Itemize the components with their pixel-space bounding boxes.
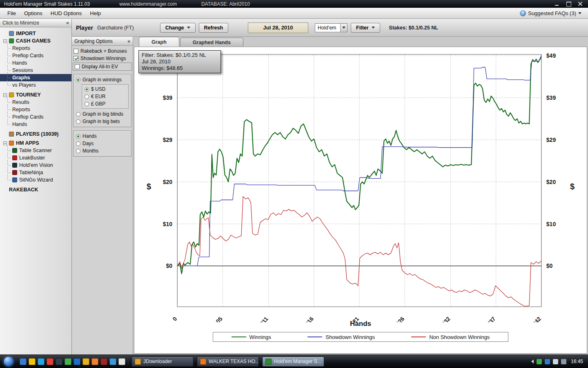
tab-graph[interactable]: Graph bbox=[139, 37, 179, 47]
x-axis-mode-group: Hands Days Months bbox=[73, 130, 131, 157]
menu-file[interactable]: File bbox=[3, 9, 20, 18]
svg-text:211: 211 bbox=[258, 315, 270, 322]
svg-text:526: 526 bbox=[394, 315, 406, 322]
antivirus-tray-icon[interactable] bbox=[537, 359, 542, 364]
gbp-option[interactable]: £ GBP bbox=[83, 100, 127, 108]
chart-tooltip: Filter: Stakes: $0.1/0.25 NL Jul 28, 201… bbox=[138, 50, 221, 73]
collapse-node-icon[interactable] bbox=[3, 141, 7, 145]
sidebar-item-import[interactable]: IMPORT bbox=[0, 30, 71, 37]
quicklaunch-icon-6[interactable] bbox=[65, 358, 71, 365]
graph-in-winnings-radio[interactable] bbox=[76, 78, 80, 82]
tooltip-winnings: Winnings: $48.65 bbox=[142, 65, 218, 72]
menu-help[interactable]: Help bbox=[86, 9, 105, 18]
hands-radio[interactable] bbox=[76, 134, 80, 139]
maximize-icon[interactable] bbox=[566, 2, 572, 6]
quicklaunch-icon-1[interactable] bbox=[20, 358, 27, 365]
quicklaunch-icon-2[interactable] bbox=[29, 358, 36, 365]
network-icon[interactable] bbox=[553, 359, 558, 364]
quicklaunch-icon-12[interactable] bbox=[118, 358, 125, 365]
quicklaunch-icon-4[interactable] bbox=[47, 358, 53, 365]
tab-graphed-hands[interactable]: Graphed Hands bbox=[180, 38, 243, 47]
tab-strip: Graph Graphed Hands bbox=[133, 37, 588, 47]
usd-radio[interactable] bbox=[85, 87, 89, 92]
quicklaunch-icon-5[interactable] bbox=[56, 358, 62, 365]
close-icon[interactable] bbox=[577, 2, 583, 6]
showdown-winnings-checkbox[interactable] bbox=[74, 56, 78, 61]
date-display[interactable]: Jul 28, 2010 bbox=[248, 22, 308, 33]
quicklaunch-icon-11[interactable] bbox=[109, 358, 116, 365]
suggested-faqs-button[interactable]: ? Suggested FAQs (3) bbox=[520, 10, 585, 16]
collapse-node-icon[interactable] bbox=[3, 39, 7, 43]
display-all-in-ev-option[interactable]: Display All-In EV bbox=[73, 63, 132, 71]
chart-area: Graph Graphed Hands Filter: Stakes: $0.1… bbox=[133, 37, 588, 355]
rakeback-bonuses-option[interactable]: Rakeback + Bonuses bbox=[72, 47, 133, 55]
days-option[interactable]: Days bbox=[74, 140, 130, 147]
select-dropdown-button[interactable] bbox=[340, 24, 347, 32]
graph-in-big-blinds-option[interactable]: Graph in big blinds bbox=[74, 110, 130, 118]
task-button-walker-texas[interactable]: WALKER TEXAS HO... bbox=[197, 357, 259, 367]
minimize-icon[interactable] bbox=[555, 2, 560, 6]
svg-text:$20: $20 bbox=[546, 179, 556, 185]
usd-option[interactable]: $ USD bbox=[83, 85, 127, 93]
sidebar-item-vs-players[interactable]: vs Players bbox=[0, 81, 71, 89]
game-select[interactable]: Hold'em bbox=[315, 23, 347, 32]
svg-text:842: 842 bbox=[531, 315, 542, 322]
sidebar-item-rakeback[interactable]: RAKEBACK bbox=[0, 186, 71, 193]
svg-text:$29: $29 bbox=[546, 137, 556, 143]
tooltip-date: Jul 28, 2010 bbox=[142, 58, 218, 65]
graph-in-big-blinds-radio[interactable] bbox=[76, 112, 80, 117]
tray-expand-icon[interactable] bbox=[531, 359, 534, 364]
menu-hud-options[interactable]: HUD Options bbox=[47, 9, 86, 18]
volume-icon[interactable] bbox=[561, 359, 566, 364]
start-button[interactable] bbox=[3, 356, 14, 367]
svg-text:632: 632 bbox=[440, 315, 452, 322]
svg-text:$10: $10 bbox=[163, 221, 173, 227]
display-all-in-ev-checkbox[interactable] bbox=[75, 64, 80, 69]
refresh-button[interactable]: Refresh bbox=[199, 23, 229, 33]
hands-option[interactable]: Hands bbox=[74, 132, 130, 140]
sidebar-minimize-label: Click to Minimize bbox=[2, 20, 39, 26]
quicklaunch-icon-8[interactable] bbox=[82, 358, 89, 365]
chevron-down-icon bbox=[342, 27, 345, 29]
eur-radio[interactable] bbox=[85, 94, 89, 99]
graph-in-big-bets-option[interactable]: Graph in big bets bbox=[74, 118, 130, 125]
menu-options[interactable]: Options bbox=[20, 9, 47, 18]
clock: 16:45 bbox=[571, 359, 583, 364]
tableninja-icon bbox=[12, 170, 17, 175]
days-radio[interactable] bbox=[76, 141, 80, 146]
title-bar: Hold'em Manager Small Stakes 1.11.03 www… bbox=[0, 0, 588, 8]
update-tray-icon[interactable] bbox=[545, 359, 550, 364]
task-button-jdownloader[interactable]: JDownloader bbox=[131, 357, 194, 367]
filter-button[interactable]: Filter bbox=[351, 23, 380, 33]
sidebar-item-players[interactable]: PLAYERS (10039) bbox=[0, 130, 71, 138]
gbp-radio[interactable] bbox=[85, 102, 89, 106]
suggested-faqs-label: Suggested FAQs (3) bbox=[528, 10, 576, 16]
quicklaunch-icon-10[interactable] bbox=[100, 358, 107, 365]
eur-option[interactable]: € EUR bbox=[83, 93, 127, 100]
task-button-holdem-manager[interactable]: Hold'em Manager S... bbox=[262, 357, 324, 367]
graphing-options-header[interactable]: Graphing Options « bbox=[72, 37, 133, 46]
sidebar-item-sitngo-wizard[interactable]: SitNGo Wizard bbox=[0, 176, 71, 184]
svg-text:$39: $39 bbox=[546, 94, 556, 101]
chart-legend: Winnings Showdown Winnings Non Showdown … bbox=[213, 332, 508, 342]
collapse-sidebar-icon[interactable]: « bbox=[66, 20, 69, 26]
quicklaunch-icon-7[interactable] bbox=[74, 358, 80, 365]
change-button[interactable]: Change bbox=[160, 23, 196, 33]
rakeback-bonuses-checkbox[interactable] bbox=[74, 49, 78, 54]
svg-text:$20: $20 bbox=[163, 179, 173, 185]
quicklaunch-icon-3[interactable] bbox=[38, 358, 45, 365]
graph-in-big-bets-radio[interactable] bbox=[76, 119, 80, 124]
svg-text:$39: $39 bbox=[163, 94, 173, 101]
holdem-vision-icon bbox=[12, 163, 17, 168]
graph-in-winnings-option[interactable]: Graph in winnings bbox=[74, 76, 130, 83]
svg-text:$49: $49 bbox=[546, 52, 556, 59]
sidebar-item-tourney-hands[interactable]: Hands bbox=[0, 121, 71, 128]
showdown-winnings-option[interactable]: Showdown Winnings bbox=[72, 55, 133, 62]
quicklaunch-icon-9[interactable] bbox=[91, 358, 98, 365]
collapse-node-icon[interactable] bbox=[3, 93, 7, 97]
collapse-panel-icon[interactable]: « bbox=[127, 38, 130, 44]
months-option[interactable]: Months bbox=[74, 147, 130, 155]
titlebar-url: www.holdemmanager.com bbox=[119, 1, 177, 7]
sidebar-minimize-bar[interactable]: Click to Minimize « bbox=[0, 19, 71, 27]
months-radio[interactable] bbox=[76, 149, 80, 153]
